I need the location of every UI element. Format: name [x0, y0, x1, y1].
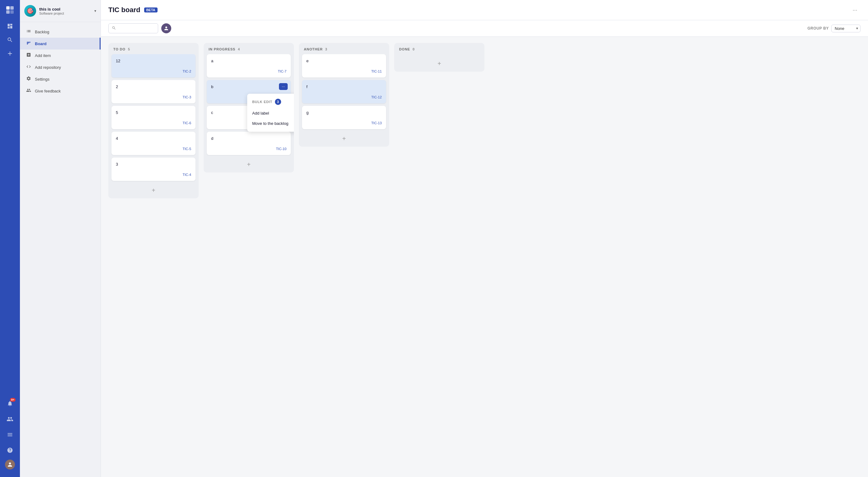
card-title: a	[211, 59, 286, 63]
project-name: this is cool	[39, 7, 91, 11]
card-title: f	[306, 84, 382, 89]
filter-user-avatar[interactable]	[161, 23, 171, 33]
column-header-done: DONE 0	[394, 43, 485, 54]
column-count-done: 0	[412, 47, 414, 51]
table-row[interactable]: a TIC-7	[207, 54, 291, 77]
table-row[interactable]: 4 TIC-5	[112, 132, 195, 155]
menu-icon-btn[interactable]	[4, 428, 16, 441]
page-title: TIC board	[108, 6, 141, 14]
user-avatar-sidebar[interactable]	[5, 459, 15, 470]
add-card-btn-inprogress[interactable]: +	[207, 159, 291, 169]
people-icon-btn[interactable]	[4, 413, 16, 425]
svg-rect-2	[6, 10, 10, 14]
sidebar-item-add-item[interactable]: Add item	[20, 50, 100, 61]
board-label: Board	[35, 41, 47, 46]
topbar-right: ···	[849, 4, 861, 15]
card-footer: TIC-12	[306, 95, 382, 99]
add-repo-label: Add repository	[35, 65, 61, 70]
column-header-inprogress: IN PROGRESS 4	[204, 43, 294, 54]
column-title-inprogress: IN PROGRESS	[209, 47, 236, 51]
move-to-backlog-item[interactable]: Move to the backlog	[247, 118, 294, 129]
column-another: ANOTHER 3 e TIC-11 f TIC-12 g TIC-13	[299, 43, 389, 147]
project-avatar: 🎯	[24, 5, 36, 17]
project-type: Software project	[39, 11, 91, 15]
card-id: TIC-11	[371, 69, 382, 73]
project-dropdown-arrow: ▾	[94, 9, 96, 13]
add-repo-icon	[26, 64, 32, 70]
table-row[interactable]: g TIC-13	[302, 106, 386, 129]
column-body-inprogress: a TIC-7 b ··· TIC-8 BULK EDIT 3	[204, 54, 294, 158]
feedback-label: Give feedback	[35, 89, 61, 93]
card-footer: TIC-4	[116, 173, 191, 177]
svg-rect-0	[6, 6, 10, 10]
add-label-item[interactable]: Add label	[247, 108, 294, 118]
card-footer: TIC-10	[211, 147, 286, 151]
card-footer: TIC-3	[116, 95, 191, 99]
icon-bar: 9+	[0, 0, 20, 477]
card-title: d	[211, 136, 286, 141]
column-count-inprogress: 4	[238, 47, 240, 51]
card-footer: TIC-5	[116, 147, 191, 151]
table-row[interactable]: b ··· TIC-8 BULK EDIT 3 Add label Move t…	[207, 80, 291, 103]
column-todo: TO DO 5 12 TIC-2 2 TIC-3 5 TIC-6	[108, 43, 198, 198]
toolbar-left	[108, 23, 171, 33]
sidebar: 🎯 this is cool Software project ▾ Backlo…	[20, 0, 101, 477]
group-by-select-wrapper: None Assignee Label Priority	[831, 25, 861, 32]
notifications-btn[interactable]: 9+	[4, 397, 16, 410]
card-id: TIC-12	[371, 95, 382, 99]
card-id: TIC-2	[183, 69, 191, 73]
add-item-label: Add item	[35, 53, 51, 58]
column-title-done: DONE	[399, 47, 410, 51]
sidebar-item-give-feedback[interactable]: Give feedback	[20, 85, 100, 97]
project-header[interactable]: 🎯 this is cool Software project ▾	[20, 0, 100, 22]
help-icon-btn[interactable]	[4, 444, 16, 456]
add-card-btn-another[interactable]: +	[302, 134, 386, 144]
add-card-btn-todo[interactable]: +	[112, 185, 195, 195]
card-id: TIC-6	[183, 121, 191, 125]
search-icon	[112, 26, 116, 31]
add-item-icon	[26, 52, 32, 59]
sidebar-item-backlog[interactable]: Backlog	[20, 26, 100, 38]
backlog-label: Backlog	[35, 30, 49, 34]
context-menu-header: BULK EDIT 3	[247, 97, 294, 108]
column-body-done	[394, 54, 485, 57]
card-title: b	[211, 84, 286, 89]
column-title-another: ANOTHER	[304, 47, 323, 51]
card-title: 12	[116, 59, 191, 63]
card-footer: TIC-13	[306, 121, 382, 125]
table-row[interactable]: 2 TIC-3	[112, 80, 195, 103]
logo-button[interactable]	[4, 4, 16, 16]
table-row[interactable]: f TIC-12	[302, 80, 386, 103]
sidebar-item-settings[interactable]: Settings	[20, 73, 100, 85]
add-card-btn-done[interactable]: +	[397, 59, 481, 68]
card-id: TIC-10	[276, 147, 286, 151]
table-row[interactable]: d TIC-10	[207, 132, 291, 155]
group-by-label: GROUP BY	[807, 26, 829, 31]
sidebar-item-add-repository[interactable]: Add repository	[20, 61, 100, 73]
column-body-another: e TIC-11 f TIC-12 g TIC-13	[299, 54, 389, 132]
main-content: TIC board BETA ··· GROUP BY None Assigne	[101, 0, 868, 477]
card-more-button[interactable]: ···	[279, 83, 288, 90]
column-count-another: 3	[326, 47, 327, 51]
project-info: this is cool Software project	[39, 7, 91, 15]
table-row[interactable]: 3 TIC-4	[112, 158, 195, 181]
column-header-todo: TO DO 5	[108, 43, 198, 54]
bulk-count-badge: 3	[275, 99, 281, 105]
card-title: 2	[116, 84, 191, 89]
dashboard-icon-btn[interactable]	[4, 20, 16, 32]
sidebar-item-board[interactable]: Board	[20, 38, 100, 50]
table-row[interactable]: 5 TIC-6	[112, 106, 195, 129]
group-by-select[interactable]: None Assignee Label Priority	[831, 25, 861, 32]
card-id: TIC-4	[183, 173, 191, 177]
search-icon-btn[interactable]	[4, 34, 16, 46]
column-title-todo: TO DO	[113, 47, 125, 51]
context-menu: BULK EDIT 3 Add label Move to the backlo…	[247, 94, 294, 132]
settings-icon	[26, 76, 32, 82]
table-row[interactable]: e TIC-11	[302, 54, 386, 77]
column-done: DONE 0 +	[394, 43, 485, 72]
more-options-button[interactable]: ···	[849, 4, 861, 15]
search-box[interactable]	[108, 23, 158, 33]
add-icon-btn[interactable]	[4, 47, 16, 60]
table-row[interactable]: 12 TIC-2	[112, 54, 195, 77]
column-body-todo: 12 TIC-2 2 TIC-3 5 TIC-6 4	[108, 54, 198, 184]
